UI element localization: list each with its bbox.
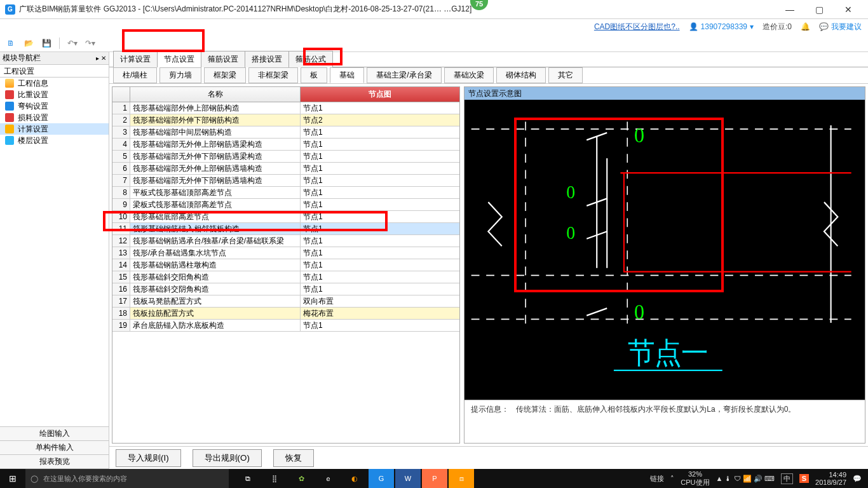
table-row[interactable]: 9梁板式筏形基础顶部高差节点节点1 [112,199,459,211]
table-row[interactable]: 2筏形基础端部外伸下部钢筋构造节点2 [112,114,459,126]
left-bottom-btn-2[interactable]: 报表预览 [0,455,109,469]
table-row[interactable]: 7筏形基础端部无外伸下部钢筋遇墙构造节点1 [112,175,459,187]
cell-node[interactable]: 节点1 [301,163,459,174]
nav-item-5[interactable]: 楼层设置 [0,135,109,146]
table-row[interactable]: 18筏板拉筋配置方式梅花布置 [112,308,459,320]
ime-indicator[interactable]: 中 [781,473,793,484]
tray-link[interactable]: 链接 [650,474,664,484]
cell-node[interactable]: 节点1 [301,283,459,295]
export-rules-button[interactable]: 导出规则(O) [193,449,262,467]
cell-node[interactable]: 节点1 [301,199,459,210]
settings-tab-1[interactable]: 节点设置 [157,51,201,67]
redo-icon[interactable]: ↷▾ [83,36,97,50]
settings-tab-2[interactable]: 箍筋设置 [201,51,245,67]
nav-item-3[interactable]: 损耗设置 [0,112,109,123]
save-icon[interactable]: 💾 [39,36,53,50]
cell-node[interactable]: 节点1 [301,126,459,138]
cell-node[interactable]: 节点1 [301,187,459,198]
nav-group[interactable]: 工程设置 [0,65,109,78]
component-tab-9[interactable]: 其它 [548,67,583,83]
dim-zero-bottom: 0 [634,299,644,323]
taskview-icon[interactable]: ⧉ [235,469,261,488]
left-bottom-btn-0[interactable]: 绘图输入 [0,427,109,441]
cell-node[interactable]: 节点1 [301,320,459,331]
taskbar-search[interactable]: ◯ 在这里输入你要搜索的内容 [25,469,229,488]
component-tab-0[interactable]: 柱/墙柱 [113,67,157,83]
cell-node[interactable]: 节点1 [301,223,459,234]
cell-node[interactable]: 节点1 [301,102,459,114]
close-button[interactable]: ✕ [834,0,863,19]
table-row[interactable]: 5筏形基础端部无外伸下部钢筋遇梁构造节点1 [112,151,459,163]
table-row[interactable]: 13筏形/承台基础遇集水坑节点节点1 [112,247,459,259]
settings-tab-4[interactable]: 箍筋公式 [288,51,333,67]
cell-node[interactable]: 节点2 [301,114,459,126]
table-row[interactable]: 11筏形基础钢筋锚入相邻筏板构造节点1 [112,223,459,235]
minimize-button[interactable]: ― [775,0,804,19]
table-row[interactable]: 1筏形基础端部外伸上部钢筋构造节点1 [112,102,459,114]
pdf-icon[interactable]: P [422,469,447,488]
diagram-panel: 节点设置示意图 [464,86,865,444]
feedback-link[interactable]: 💬 我要建议 [819,22,862,32]
collapse-icon[interactable]: ▸ ✕ [96,55,106,62]
tray-icons[interactable]: ▲ 🌡 🛡 📶 🔊 ⌨ [716,475,775,483]
restore-button[interactable]: 恢复 [273,449,314,467]
edge-icon[interactable]: ｅ [315,469,341,488]
bell-icon[interactable]: 🔔 [801,22,810,31]
table-row[interactable]: 10筏形基础底部高差节点节点1 [112,211,459,223]
table-row[interactable]: 4筏形基础端部无外伸上部钢筋遇梁构造节点1 [112,139,459,151]
table-row[interactable]: 6筏形基础端部无外伸上部钢筋遇墙构造节点1 [112,163,459,175]
table-row[interactable]: 12筏形基础钢筋遇承台/独基/承台梁/基础联系梁节点1 [112,235,459,247]
left-bottom-btn-1[interactable]: 单构件输入 [0,441,109,455]
nav-item-1[interactable]: 比重设置 [0,89,109,100]
settings-tab-3[interactable]: 搭接设置 [245,51,289,67]
table-row[interactable]: 3筏形基础端部中间层钢筋构造节点1 [112,126,459,139]
nav-item-4[interactable]: 计算设置 [0,123,109,135]
component-tab-1[interactable]: 剪力墙 [159,67,201,83]
maximize-button[interactable]: ▢ [804,0,834,19]
cell-node[interactable]: 梅花布置 [301,308,459,319]
component-tab-5[interactable]: 基础 [330,67,364,83]
notification-icon[interactable]: 💬 [853,475,862,483]
browser-icon[interactable]: ◐ [342,469,367,488]
table-row[interactable]: 19承台底筋锚入防水底板构造节点1 [112,320,459,332]
component-tab-3[interactable]: 非框架梁 [248,67,298,83]
table-row[interactable]: 17筏板马凳筋配置方式双向布置 [112,295,459,308]
undo-icon[interactable]: ↶▾ [65,36,79,50]
settings-tab-0[interactable]: 计算设置 [113,51,158,67]
import-rules-button[interactable]: 导入规则(I) [116,449,181,467]
component-tab-6[interactable]: 基础主梁/承台梁 [367,67,441,83]
table-row[interactable]: 16筏形基础斜交阴角构造节点1 [112,283,459,295]
cell-node[interactable]: 节点1 [301,259,459,271]
new-icon[interactable]: 🗎 [4,36,18,50]
word-icon[interactable]: W [395,469,421,488]
glodon-icon[interactable]: G [369,469,394,488]
open-icon[interactable]: 📂 [22,36,36,50]
cell-node[interactable]: 节点1 [301,139,459,150]
account-phone[interactable]: 👤 13907298339 ▾ [689,22,754,31]
app-icon-2[interactable]: ✿ [288,469,314,488]
cell-node[interactable]: 节点1 [301,271,459,283]
app-icon-3[interactable]: ⧈ [449,469,474,488]
component-tab-4[interactable]: 板 [301,67,327,83]
table-row[interactable]: 14筏形基础钢筋遇柱墩构造节点1 [112,259,459,271]
cell-node[interactable]: 节点1 [301,175,459,186]
cell-node[interactable]: 节点1 [301,151,459,162]
cell-node[interactable]: 节点1 [301,247,459,259]
taskbar-clock[interactable]: 14:49 2018/9/27 [815,471,846,486]
cell-node[interactable]: 双向布置 [301,295,459,307]
cell-node[interactable]: 节点1 [301,235,459,247]
component-tab-8[interactable]: 砌体结构 [496,67,546,83]
cell-name: 筏形基础端部无外伸上部钢筋遇梁构造 [130,139,301,150]
nav-item-2[interactable]: 弯钩设置 [0,100,109,112]
app-icon-1[interactable]: ⣿ [262,469,287,488]
cell-node[interactable]: 节点1 [301,211,459,222]
start-button[interactable]: ⊞ [0,469,25,488]
tray-up-icon[interactable]: ˄ [670,475,674,483]
nav-item-0[interactable]: 工程信息 [0,78,109,89]
table-row[interactable]: 8平板式筏形基础顶部高差节点节点1 [112,187,459,199]
component-tab-7[interactable]: 基础次梁 [444,67,494,83]
cad-tip-link[interactable]: CAD图纸不区分图层也?.. [594,22,680,32]
table-row[interactable]: 15筏形基础斜交阳角构造节点1 [112,271,459,283]
sogou-icon[interactable]: S [799,474,809,483]
component-tab-2[interactable]: 框架梁 [204,67,246,83]
